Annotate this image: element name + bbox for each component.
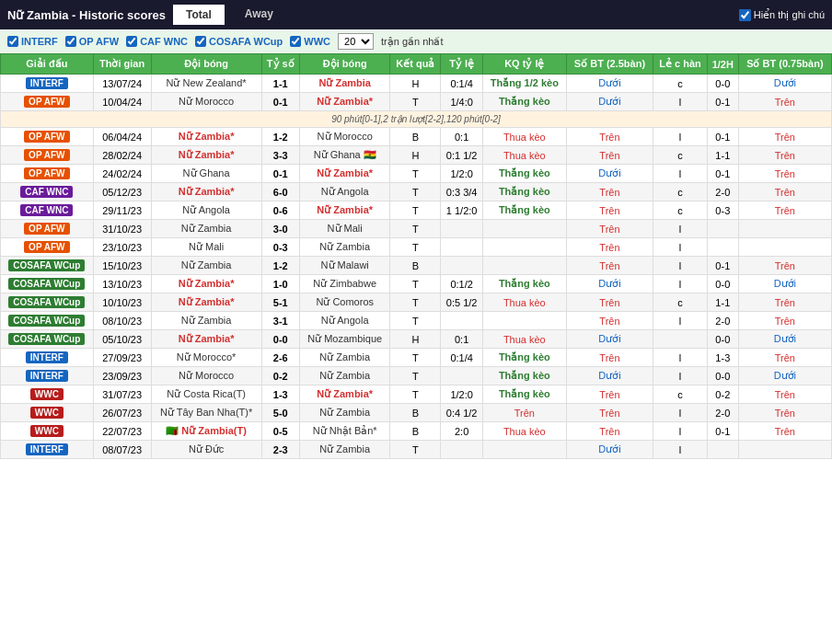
filter-cosafa-checkbox[interactable]: [195, 36, 206, 47]
table-row: COSAFA WCup 13/10/23 Nữ Zambia* 1-0 Nữ Z…: [1, 275, 832, 293]
league-badge: WWC: [30, 407, 64, 419]
filter-bar: INTERF OP AFW CAF WNC COSAFA WCup WWC 20…: [0, 29, 832, 53]
cell-date: 05/10/23: [93, 330, 151, 349]
cell-league: OP AFW: [1, 165, 94, 183]
tab-total[interactable]: Total: [173, 5, 225, 25]
col-score: Tỷ số: [261, 54, 299, 75]
tab-away[interactable]: Away: [232, 4, 286, 26]
cell-lec: c: [653, 75, 708, 93]
cell-lec: l: [653, 312, 708, 330]
cell-team1: Nữ Zambia*: [151, 275, 261, 293]
table-row: COSAFA WCup 05/10/23 Nữ Zambia* 0-0 Nữ M…: [1, 330, 832, 349]
cell-sobt: Dưới: [566, 330, 653, 349]
cell-sobt2: Trên: [738, 183, 831, 201]
cell-league: INTERF: [1, 441, 94, 459]
cell-half: 1-1: [707, 293, 738, 312]
cell-ratio: [441, 312, 482, 330]
cell-lec: c: [653, 201, 708, 220]
cell-sobt2: Trên: [738, 349, 831, 367]
col-league: Giải đấu: [1, 54, 94, 75]
filter-cosafa: COSAFA WCup: [195, 36, 283, 47]
cell-score: 0-1: [261, 93, 299, 111]
cell-date: 31/07/23: [93, 385, 151, 404]
cell-result: T: [390, 441, 441, 459]
cell-lec: l: [653, 220, 708, 238]
table-row: OP AFW 24/02/24 Nữ Ghana 0-1 Nữ Zambia* …: [1, 165, 832, 183]
league-badge: OP AFW: [24, 167, 69, 179]
cell-kq: Thua kèo: [482, 330, 566, 349]
table-row: WWC 22/07/23 🇿🇲 Nữ Zambia(T) 0-5 Nữ Nhật…: [1, 422, 832, 441]
cell-league: INTERF: [1, 367, 94, 385]
cell-kq: Trên: [482, 404, 566, 422]
top-bar-right: Hiển thị ghi chú: [739, 9, 825, 21]
filter-interf-checkbox[interactable]: [7, 36, 18, 47]
cell-lec: l: [653, 422, 708, 441]
filter-cafwnc-checkbox[interactable]: [126, 36, 137, 47]
cell-result: H: [390, 330, 441, 349]
cell-score: 2-6: [261, 349, 299, 367]
cell-date: 27/09/23: [93, 349, 151, 367]
cell-lec: [653, 330, 708, 349]
league-badge: INTERF: [26, 77, 68, 89]
cell-lec: c: [653, 293, 708, 312]
cell-kq: Thắng kèo: [482, 165, 566, 183]
table-row: OP AFW 28/02/24 Nữ Zambia* 3-3 Nữ Ghana …: [1, 146, 832, 165]
league-badge: CAF WNC: [20, 204, 73, 216]
cell-lec: l: [653, 128, 708, 146]
cell-team1: 🇿🇲 Nữ Zambia(T): [151, 422, 261, 441]
cell-league: OP AFW: [1, 238, 94, 257]
recent-count-select[interactable]: 20 30 50: [338, 33, 374, 50]
cell-result: T: [390, 385, 441, 404]
league-badge: CAF WNC: [20, 186, 73, 198]
cell-ratio: 0:1: [441, 128, 482, 146]
cell-sobt2: Trên: [738, 257, 831, 275]
league-badge: COSAFA WCup: [8, 278, 85, 290]
cell-half: 0-1: [707, 257, 738, 275]
cell-ratio: 0:1/4: [441, 75, 482, 93]
cell-team1: Nữ Angola: [151, 201, 261, 220]
cell-kq: Thua kèo: [482, 293, 566, 312]
league-badge: INTERF: [26, 351, 68, 363]
cell-date: 24/02/24: [93, 165, 151, 183]
table-row: INTERF 23/09/23 Nữ Morocco 0-2 Nữ Zambia…: [1, 367, 832, 385]
table-row: CAF WNC 05/12/23 Nữ Zambia* 6-0 Nữ Angol…: [1, 183, 832, 201]
cell-league: COSAFA WCup: [1, 293, 94, 312]
table-row: CAF WNC 29/11/23 Nữ Angola 0-6 Nữ Zambia…: [1, 201, 832, 220]
show-legend-checkbox[interactable]: [739, 9, 751, 21]
cell-kq: Thắng kèo: [482, 201, 566, 220]
cell-half: 1-1: [707, 146, 738, 165]
cell-sobt: Dưới: [566, 367, 653, 385]
cell-sobt2: Trên: [738, 93, 831, 111]
cell-result: B: [390, 422, 441, 441]
cell-team2: Nữ Comoros: [299, 293, 389, 312]
cell-sobt: Trên: [566, 422, 653, 441]
cell-score: 1-0: [261, 275, 299, 293]
cell-half: [707, 220, 738, 238]
col-date: Thời gian: [93, 54, 151, 75]
cell-kq: Thắng kèo: [482, 183, 566, 201]
cell-half: 0-0: [707, 75, 738, 93]
cell-league: COSAFA WCup: [1, 275, 94, 293]
cell-team1: Nữ Zambia*: [151, 330, 261, 349]
cell-team1: Nữ Tây Ban Nha(T)*: [151, 404, 261, 422]
cell-team1: Nữ Ghana: [151, 165, 261, 183]
cell-lec: l: [653, 257, 708, 275]
cell-date: 06/04/24: [93, 128, 151, 146]
cell-kq: [482, 257, 566, 275]
cell-ratio: 0:1/2: [441, 275, 482, 293]
cell-result: H: [390, 146, 441, 165]
cell-result: B: [390, 404, 441, 422]
table-row: OP AFW 23/10/23 Nữ Mali 0-3 Nữ Zambia T …: [1, 238, 832, 257]
cell-ratio: 0:1 1/2: [441, 146, 482, 165]
cell-team2: Nữ Zambia: [299, 367, 389, 385]
recent-label: trận gần nhất: [381, 36, 443, 48]
cell-sobt: Dưới: [566, 441, 653, 459]
cell-date: 08/07/23: [93, 441, 151, 459]
cell-team1: Nữ Zambia: [151, 312, 261, 330]
filter-opafW-checkbox[interactable]: [65, 36, 76, 47]
cell-ratio: 0:3 3/4: [441, 183, 482, 201]
cell-half: 0-1: [707, 165, 738, 183]
cell-league: COSAFA WCup: [1, 330, 94, 349]
cell-team1: Nữ Zambia*: [151, 128, 261, 146]
filter-wwc-checkbox[interactable]: [290, 36, 301, 47]
